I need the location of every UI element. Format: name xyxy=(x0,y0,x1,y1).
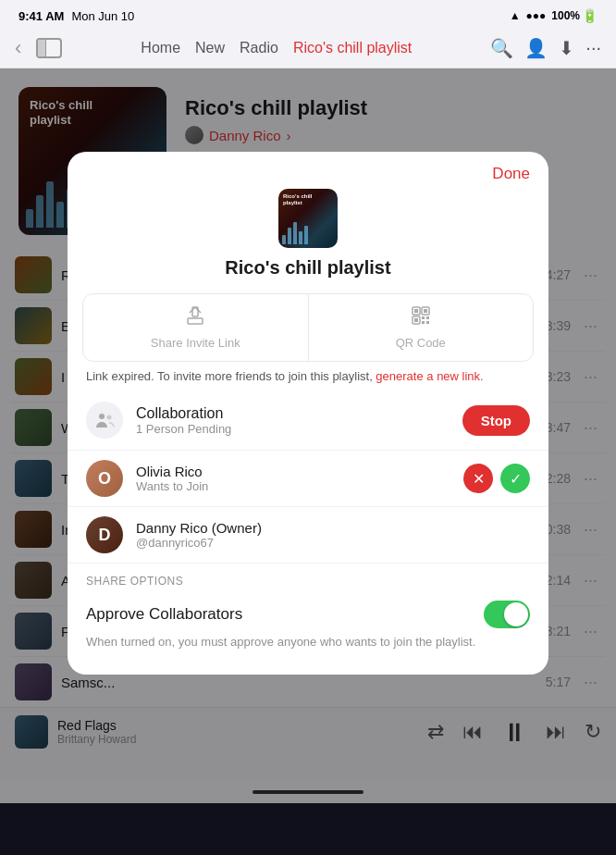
danny-handle: @dannyrico67 xyxy=(136,536,530,550)
tab-home[interactable]: Home xyxy=(141,40,180,56)
link-expired-text: Link expired. To invite more friends to … xyxy=(86,369,376,383)
modal-artwork: Rico's chillplaylist xyxy=(278,189,338,248)
tab-playlist[interactable]: Rico's chill playlist xyxy=(293,40,412,56)
share-invite-link-button[interactable]: Share Invite Link xyxy=(83,294,309,361)
pending-member-row: O Olivia Rico Wants to Join ✕ ✓ xyxy=(68,451,548,507)
collaboration-info: Collaboration 1 Person Pending xyxy=(136,405,450,436)
olivia-avatar-initial: O xyxy=(98,469,111,489)
approve-collaborators-toggle[interactable] xyxy=(484,601,530,628)
modal-bar-3 xyxy=(293,222,297,244)
nav-tabs: Home New Radio Rico's chill playlist xyxy=(73,40,479,56)
modal-art-title: Rico's chillplaylist xyxy=(283,193,312,206)
danny-avatar-initial: D xyxy=(99,526,111,545)
modal-bar-2 xyxy=(288,228,291,244)
svg-rect-8 xyxy=(422,316,425,319)
svg-rect-11 xyxy=(426,321,429,324)
danny-info: Danny Rico (Owner) @dannyrico67 xyxy=(136,520,530,550)
battery-full-icon: 🔋 xyxy=(582,8,598,23)
search-icon[interactable]: 🔍 xyxy=(490,37,513,59)
signal-icon: ●●● xyxy=(526,9,547,22)
qr-code-button[interactable]: QR Code xyxy=(309,294,534,361)
svg-rect-5 xyxy=(424,309,427,313)
olivia-info: Olivia Rico Wants to Join xyxy=(136,464,450,493)
wifi-icon: ▲ xyxy=(510,9,521,22)
share-options-label: SHARE OPTIONS xyxy=(86,575,530,588)
reject-button[interactable]: ✕ xyxy=(463,464,493,493)
member-actions: ✕ ✓ xyxy=(463,464,530,493)
stop-button[interactable]: Stop xyxy=(462,405,530,436)
download-icon[interactable]: ⬇ xyxy=(559,37,574,59)
qr-icon xyxy=(411,305,431,330)
person-icon[interactable]: 👤 xyxy=(524,37,548,59)
collaboration-icon-wrap xyxy=(86,402,123,439)
person-group-icon xyxy=(93,409,116,431)
more-icon[interactable]: ··· xyxy=(585,37,601,58)
approve-collaborators-label: Approve Collaborators xyxy=(86,605,484,624)
approve-collaborators-description: When turned on, you must approve anyone … xyxy=(86,634,530,651)
olivia-name: Olivia Rico xyxy=(136,464,450,479)
qr-code-label: QR Code xyxy=(396,336,446,350)
modal-bar-5 xyxy=(304,226,308,244)
share-invite-label: Share Invite Link xyxy=(151,336,240,350)
link-expired-notice: Link expired. To invite more friends to … xyxy=(68,362,548,390)
svg-rect-7 xyxy=(414,318,418,322)
accept-button[interactable]: ✓ xyxy=(500,464,530,493)
svg-point-13 xyxy=(107,415,112,420)
modal-artwork-area: Rico's chillplaylist Rico's chill playli… xyxy=(68,183,548,293)
modal-playlist-title: Rico's chill playlist xyxy=(225,257,390,279)
tab-new[interactable]: New xyxy=(195,40,225,56)
collaboration-row: Collaboration 1 Person Pending Stop xyxy=(68,390,548,451)
approve-collaborators-row: Approve Collaborators xyxy=(86,595,530,634)
battery-icon: 100% 🔋 xyxy=(551,8,598,23)
share-row: Share Invite Link xyxy=(82,293,534,362)
svg-rect-3 xyxy=(414,309,418,313)
owner-member-row: D Danny Rico (Owner) @dannyrico67 xyxy=(68,507,548,564)
generate-new-link[interactable]: generate a new link. xyxy=(376,369,483,383)
collaboration-modal: Done Rico's chillplaylist Rico's chill p… xyxy=(68,152,548,675)
back-button[interactable]: ‹ xyxy=(15,36,21,60)
olivia-avatar: O xyxy=(86,460,123,497)
collaboration-pending: 1 Person Pending xyxy=(136,422,450,436)
svg-rect-9 xyxy=(426,316,429,319)
svg-rect-10 xyxy=(422,321,425,324)
modal-overlay: Done Rico's chillplaylist Rico's chill p… xyxy=(0,68,616,855)
modal-art-bars xyxy=(282,222,308,244)
svg-rect-1 xyxy=(188,318,203,324)
tab-radio[interactable]: Radio xyxy=(240,40,278,56)
toggle-knob xyxy=(504,602,528,626)
status-icons: ▲ ●●● 100% 🔋 xyxy=(510,8,598,23)
status-date: Mon Jun 10 xyxy=(71,9,134,23)
danny-avatar: D xyxy=(86,516,123,553)
status-bar: 9:41 AM Mon Jun 10 ▲ ●●● 100% 🔋 xyxy=(0,0,616,28)
modal-bar-4 xyxy=(299,231,302,244)
olivia-status: Wants to Join xyxy=(136,479,450,493)
modal-bar-1 xyxy=(282,235,286,244)
sidebar-toggle-icon[interactable] xyxy=(36,38,62,58)
collaboration-title: Collaboration xyxy=(136,405,450,422)
share-icon xyxy=(185,305,205,330)
status-time: 9:41 AM xyxy=(18,9,64,23)
modal-header: Done xyxy=(68,152,548,183)
nav-right-icons: 🔍 👤 ⬇ ··· xyxy=(490,37,601,59)
svg-point-12 xyxy=(99,414,105,419)
share-options-section: SHARE OPTIONS Approve Collaborators When… xyxy=(68,564,548,656)
danny-name: Danny Rico (Owner) xyxy=(136,520,530,536)
nav-bar: ‹ Home New Radio Rico's chill playlist 🔍… xyxy=(0,28,616,68)
done-button[interactable]: Done xyxy=(492,165,530,183)
